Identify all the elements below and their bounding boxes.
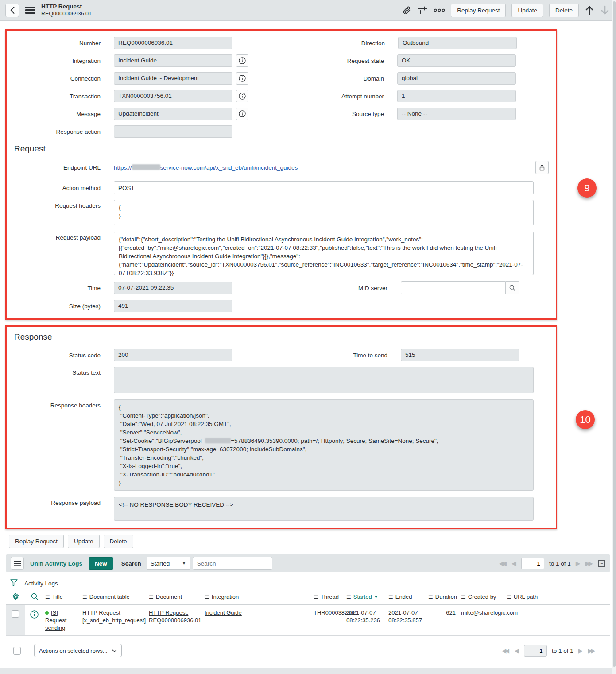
integration-field: Incident Guide (114, 54, 232, 67)
column-header-title[interactable]: ☰Title (44, 589, 81, 604)
page-number-input[interactable] (521, 558, 544, 569)
new-record-button[interactable]: New (89, 557, 113, 570)
cell-started: 2021-07-07 08:22:35.236 (345, 605, 387, 635)
request-payload-textarea[interactable]: {"detail":{"short_description":"Testing … (114, 232, 534, 275)
response-section-title: Response (14, 332, 549, 342)
actions-select-label: Actions on selected rows... (39, 647, 108, 654)
request-headers-label: Request headers (7, 200, 101, 209)
column-menu-icon[interactable]: ☰ (388, 594, 393, 600)
activity-logs-breadcrumb[interactable]: Activity Logs (24, 580, 58, 587)
status-text-field (114, 367, 534, 393)
footer-replay-request-button[interactable]: Replay Request (9, 535, 64, 548)
action-method-input[interactable] (114, 181, 534, 194)
attempt-number-label: Attempt number (248, 93, 384, 100)
page-range-text: to 1 of 1 (549, 560, 571, 567)
more-options-icon[interactable] (434, 8, 445, 13)
replay-request-button[interactable]: Replay Request (451, 4, 506, 17)
column-menu-icon[interactable]: ☰ (149, 594, 154, 600)
source-type-label: Source type (248, 111, 384, 117)
integration-label: Integration (7, 58, 101, 64)
record-title-block: HTTP Request REQ0000006936.01 (41, 3, 92, 18)
column-menu-icon[interactable]: ☰ (82, 594, 87, 600)
connection-reference-info-button[interactable] (236, 72, 248, 85)
mid-server-input[interactable] (401, 281, 506, 294)
column-menu-icon[interactable]: ☰ (428, 594, 433, 600)
previous-page-icon[interactable]: ◀ (514, 647, 519, 654)
form-header-bar: HTTP Request REQ0000006936.01 Replay Req… (0, 0, 616, 21)
integration-reference-info-button[interactable] (236, 54, 248, 67)
message-reference-info-button[interactable] (236, 108, 248, 120)
record-preview-info-icon[interactable] (30, 610, 39, 631)
column-header-document[interactable]: ☰Document (148, 589, 201, 604)
request-headers-textarea[interactable]: { } (114, 200, 534, 225)
scrollbar-thumb[interactable] (613, 1, 616, 667)
next-record-arrow-icon[interactable] (600, 5, 610, 15)
mid-server-lookup-button[interactable] (506, 281, 519, 294)
record-number: REQ0000006936.01 (41, 11, 92, 18)
status-code-label: Status code (7, 352, 101, 359)
response-payload-label: Response payload (7, 497, 101, 506)
cell-title: [S] Request sending (44, 605, 81, 635)
form-footer-buttons: Replay Request Update Delete (9, 535, 616, 548)
search-field-select[interactable]: Started ▼ (147, 557, 190, 570)
next-page-icon[interactable]: ▶ (578, 647, 583, 654)
first-page-icon[interactable]: ◀◀ (499, 560, 507, 566)
number-field: REQ0000006936.01 (114, 37, 232, 49)
mid-server-input-group (401, 281, 519, 294)
back-button[interactable] (5, 4, 19, 17)
column-menu-icon[interactable]: ☰ (314, 594, 318, 600)
column-menu-icon[interactable]: ☰ (45, 594, 50, 600)
column-header-url-path[interactable]: ☰URL path (506, 589, 610, 604)
previous-record-arrow-icon[interactable] (585, 5, 594, 15)
page-number-input[interactable] (524, 645, 547, 657)
collapse-list-icon[interactable]: − (598, 560, 605, 567)
status-code-field: 200 (114, 349, 232, 361)
first-page-icon[interactable]: ◀◀ (502, 647, 510, 654)
column-header-document-table[interactable]: ☰Document table (81, 589, 148, 604)
list-search-input[interactable] (193, 557, 272, 570)
list-context-menu-button[interactable] (11, 557, 24, 570)
update-button[interactable]: Update (511, 4, 543, 17)
list-search-icon[interactable] (25, 589, 44, 604)
list-personalize-gear-icon[interactable] (6, 589, 25, 604)
page-bottom-strip (0, 668, 616, 674)
domain-field: global (397, 72, 516, 85)
document-link[interactable]: HTTP Request: REQ0000006936.01 (149, 609, 201, 624)
column-header-created-by[interactable]: ☰Created by (458, 589, 506, 604)
actions-on-selected-rows-select[interactable]: Actions on selected rows... (34, 644, 122, 657)
transaction-reference-info-button[interactable] (236, 90, 248, 102)
attachment-paperclip-icon[interactable] (402, 5, 411, 15)
endpoint-url-link[interactable]: https://service-now.com/api/x_snd_eb/uni… (114, 164, 298, 171)
endpoint-url-lock-button[interactable] (535, 161, 549, 174)
action-method-label: Action method (7, 185, 101, 191)
column-menu-icon[interactable]: ☰ (346, 594, 351, 600)
integration-link[interactable]: Incident Guide (205, 609, 242, 616)
previous-page-icon[interactable]: ◀ (511, 560, 516, 566)
cell-integration: Incident Guide (201, 605, 310, 635)
request-state-field: OK (397, 54, 516, 67)
select-all-checkbox[interactable] (13, 647, 21, 655)
footer-update-button[interactable]: Update (68, 535, 100, 548)
column-header-ended[interactable]: ☰Ended (387, 589, 427, 604)
next-page-icon[interactable]: ▶ (576, 560, 581, 566)
delete-button[interactable]: Delete (549, 4, 579, 17)
last-page-icon[interactable]: ▶▶ (588, 647, 596, 654)
last-page-icon[interactable]: ▶▶ (585, 560, 593, 566)
column-header-started[interactable]: ☰Started▼ (345, 589, 387, 604)
column-header-thread[interactable]: ☰Thread (310, 589, 345, 604)
chevron-down-icon: ▼ (182, 561, 186, 566)
footer-delete-button[interactable]: Delete (104, 535, 133, 548)
column-menu-icon[interactable]: ☰ (507, 594, 511, 600)
column-menu-icon[interactable]: ☰ (205, 594, 209, 600)
vertical-scrollbar[interactable] (612, 0, 616, 674)
filter-funnel-icon[interactable] (10, 579, 18, 588)
related-list-title-link[interactable]: Unifi Activity Logs (30, 560, 82, 567)
request-payload-label: Request payload (7, 232, 101, 241)
column-header-duration[interactable]: ☰Duration (427, 589, 458, 604)
personalize-form-sliders-icon[interactable] (417, 5, 428, 15)
form-context-menu-icon[interactable] (25, 7, 35, 14)
column-menu-icon[interactable]: ☰ (461, 594, 466, 600)
column-header-integration[interactable]: ☰Integration (201, 589, 310, 604)
direction-field: Outbound (398, 37, 517, 49)
row-checkbox[interactable] (12, 610, 19, 618)
